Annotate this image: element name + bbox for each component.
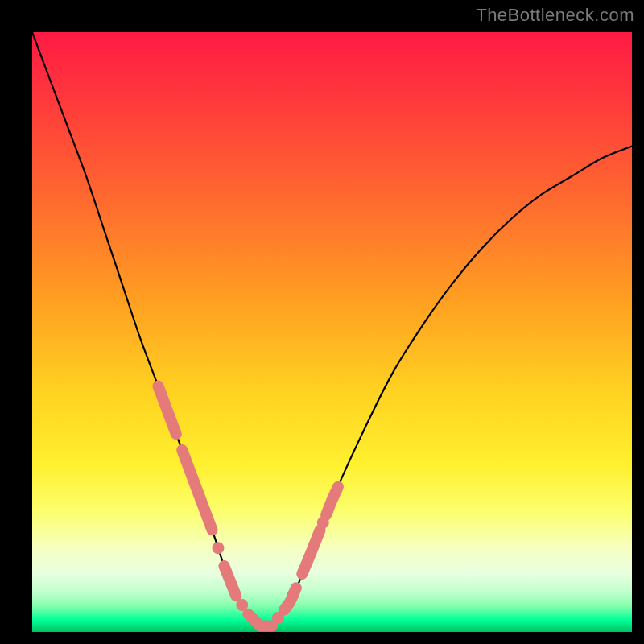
highlight-segment bbox=[182, 450, 212, 530]
curve-svg bbox=[32, 32, 632, 632]
bottleneck-curve bbox=[32, 32, 632, 628]
highlight-dot bbox=[212, 542, 224, 554]
highlight-segment bbox=[224, 566, 236, 596]
highlight-dot bbox=[287, 589, 299, 601]
highlight-dot bbox=[272, 612, 284, 624]
highlight-segment bbox=[326, 487, 338, 515]
watermark-text: TheBottleneck.com bbox=[476, 5, 634, 26]
chart-frame: TheBottleneck.com bbox=[0, 0, 644, 644]
highlight-segment bbox=[248, 614, 272, 626]
highlight-segment bbox=[302, 530, 320, 574]
highlight-dot bbox=[317, 517, 329, 529]
highlight-dot bbox=[236, 599, 248, 611]
highlight-segment bbox=[158, 386, 175, 435]
plot-area bbox=[32, 32, 632, 632]
highlight-overlay bbox=[158, 386, 338, 626]
